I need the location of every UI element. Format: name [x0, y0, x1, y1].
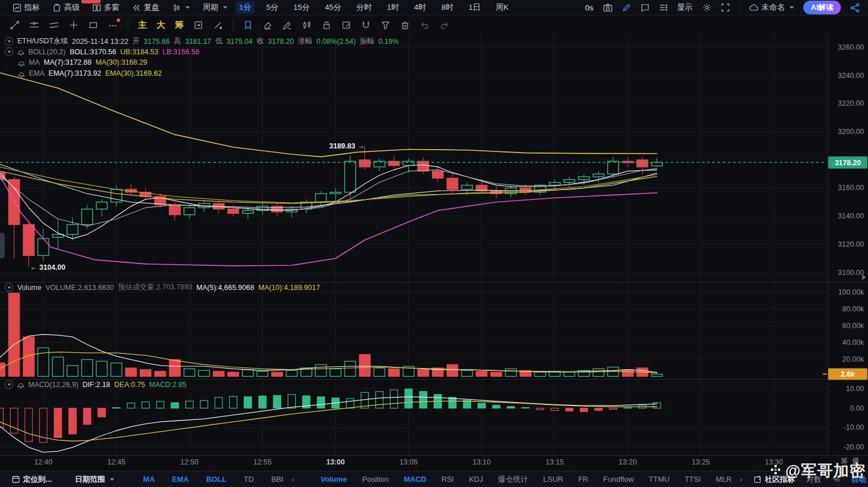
candle[interactable] [637, 160, 648, 167]
left-panel-handle[interactable] [0, 233, 5, 258]
timeframe-45分[interactable]: 45分 [322, 1, 345, 14]
macd-hist-bar[interactable] [273, 395, 281, 408]
volume-bar[interactable] [155, 371, 166, 377]
macd-hist-bar[interactable] [405, 389, 412, 408]
camera-icon[interactable] [603, 3, 613, 13]
volume-bar[interactable] [564, 372, 575, 376]
macd-hist-bar[interactable] [98, 408, 106, 417]
macd-hist-bar[interactable] [215, 397, 222, 408]
candle[interactable] [549, 183, 560, 185]
macd-hist-bar[interactable] [69, 408, 76, 434]
indicator-toggle-KDJ[interactable]: KDJ [469, 475, 483, 484]
timeframe-15分[interactable]: 15分 [290, 1, 314, 14]
right-panel-expand-icon[interactable] [862, 274, 866, 280]
volume-bar[interactable] [257, 371, 268, 377]
percent-scale-toggle[interactable]: % [833, 475, 840, 484]
timeframe-4时[interactable]: 4时 [411, 1, 430, 14]
macd-hist-bar[interactable] [10, 408, 18, 433]
volume-bar[interactable] [81, 359, 92, 376]
kline-style-dropdown[interactable] [172, 3, 190, 12]
flip-icon[interactable] [193, 20, 203, 30]
candle[interactable] [81, 209, 92, 225]
cross-line-icon[interactable] [69, 20, 79, 30]
object-list-icon[interactable] [659, 3, 668, 12]
volume-bar[interactable] [243, 370, 254, 377]
indicator-toggle-RSI[interactable]: RSI [441, 475, 454, 484]
candle[interactable] [23, 225, 34, 256]
macd-hist-bar[interactable] [653, 403, 661, 408]
volume-bar[interactable] [169, 359, 180, 376]
boll-name[interactable]: BOLL(20,2) [28, 48, 66, 56]
volume-title[interactable]: Volume [17, 284, 42, 292]
macd-hist-bar[interactable] [113, 407, 120, 408]
candle[interactable] [608, 161, 619, 174]
volume-bar[interactable] [359, 355, 370, 377]
indicator-toggle-TTSI[interactable]: TTSI [684, 475, 701, 484]
candle[interactable] [579, 177, 590, 180]
volume-bar[interactable] [38, 348, 49, 376]
volume-bar[interactable] [213, 371, 224, 377]
volume-bar[interactable] [53, 357, 64, 376]
alert-bell-icon[interactable] [18, 70, 25, 77]
candle[interactable] [345, 161, 356, 192]
timeframe-5分[interactable]: 5分 [263, 1, 282, 14]
timeframe-1分[interactable]: 1分 [236, 1, 255, 14]
timeframe-1日[interactable]: 1日 [465, 1, 484, 14]
volume-bar[interactable] [651, 374, 662, 377]
ma-name[interactable]: MA [29, 58, 40, 66]
display-menu[interactable]: 显示 [677, 2, 693, 13]
alert-bell-icon[interactable] [17, 381, 24, 388]
indicator-toggle-TTMU[interactable]: TTMU [649, 475, 669, 484]
candle[interactable] [228, 209, 239, 213]
macd-hist-bar[interactable] [244, 397, 252, 408]
indicator-toggle-Fundflow[interactable]: Fundflow [603, 475, 634, 484]
macd-hist-bar[interactable] [375, 392, 383, 408]
candle[interactable] [389, 161, 400, 165]
indicator-toggle-LSUR[interactable]: LSUR [543, 475, 563, 484]
kline-tools-icon[interactable] [302, 20, 312, 30]
volume-bar[interactable] [67, 366, 78, 377]
measure-icon[interactable] [213, 20, 223, 30]
horizontal-line-icon[interactable] [29, 20, 39, 30]
macd-hist-bar[interactable] [507, 407, 515, 408]
candle[interactable] [96, 202, 107, 209]
ema-name[interactable]: EMA [29, 69, 44, 77]
large-view-toggle[interactable]: 大 [157, 20, 165, 31]
settings-gear-icon[interactable] [702, 3, 711, 12]
candle[interactable] [564, 180, 575, 183]
volume-bar[interactable] [140, 370, 151, 377]
volume-bar[interactable] [345, 361, 356, 376]
volume-bar[interactable] [315, 365, 326, 376]
filter-icon[interactable] [381, 20, 390, 30]
collapse-chevron-icon[interactable] [5, 37, 13, 46]
goto-date-button[interactable]: 定位到... [12, 474, 52, 485]
timeframe-分时[interactable]: 分时 [353, 1, 375, 14]
timeframe-8时[interactable]: 8时 [438, 1, 457, 14]
collapse-chevron-icon[interactable] [5, 47, 13, 56]
indicator-toggle-Volume[interactable]: Volume [321, 475, 347, 484]
candle[interactable] [433, 171, 444, 178]
macd-hist-bar[interactable] [609, 408, 617, 410]
volume-bar[interactable] [505, 369, 516, 376]
volume-bar[interactable] [374, 368, 385, 377]
volume-bar[interactable] [461, 370, 472, 376]
macd-hist-bar[interactable] [551, 408, 558, 411]
notes-icon[interactable] [341, 20, 351, 30]
macd-hist-bar[interactable] [157, 402, 164, 408]
macd-hist-bar[interactable] [521, 407, 529, 408]
alert-bell-icon[interactable] [17, 48, 24, 55]
candle[interactable] [330, 192, 341, 194]
indicator-toggle-FR[interactable]: FR [578, 475, 588, 484]
trash-icon[interactable] [400, 20, 410, 30]
macd-hist-bar[interactable] [478, 403, 486, 408]
volume-bar[interactable] [271, 372, 282, 376]
lock-icon[interactable] [322, 20, 331, 30]
overlay-toggle-EMA[interactable]: EMA [172, 475, 189, 484]
bookmark-icon[interactable] [243, 20, 253, 30]
log-scale-toggle[interactable]: 对数 [806, 474, 821, 485]
macd-hist-bar[interactable] [449, 397, 456, 408]
candle[interactable] [447, 178, 458, 189]
share-icon[interactable] [850, 3, 860, 13]
fullscreen-icon[interactable] [721, 3, 730, 12]
candle[interactable] [243, 210, 254, 213]
